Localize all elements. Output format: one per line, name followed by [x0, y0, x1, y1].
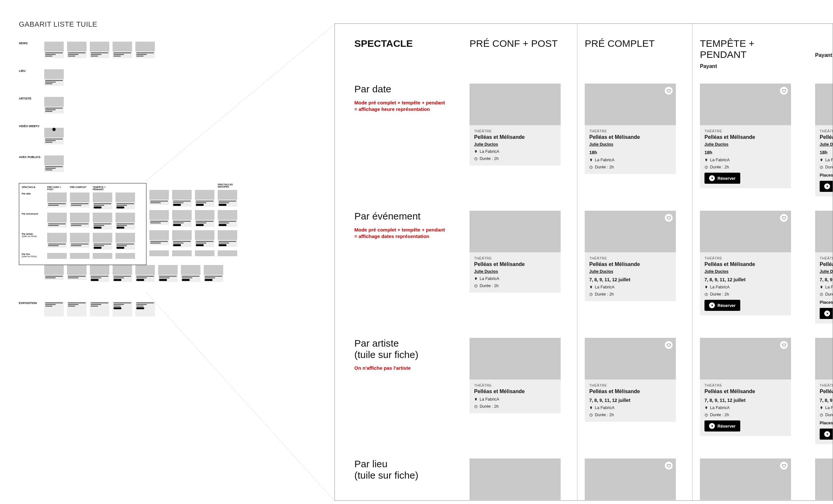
tile-card[interactable]: THÉÂTREPelléas et MélisandeJulie Duclos1…: [700, 83, 791, 188]
tile-card[interactable]: THÉÂTREPelléas et Mélisande7, 8, 9, 11, …: [585, 338, 676, 422]
tile-time: 18h: [589, 150, 671, 155]
tile-artist[interactable]: Julie Duclos: [589, 142, 671, 147]
favorite-icon[interactable]: [780, 462, 788, 470]
reserve-button[interactable]: Réserver: [705, 421, 740, 431]
tile-duration: Durée : 2h: [589, 413, 671, 417]
tile-place: La FabricA: [474, 276, 556, 281]
tile-place: La FabricA: [705, 158, 786, 162]
tile-duration: Durée : 2h: [705, 292, 786, 297]
tile-card[interactable]: THÉÂTREPelléas et Mélisande7, 8, 9, 11, …: [815, 338, 833, 444]
tile-title: Pelléas et Mélisande: [820, 134, 833, 140]
tile-card[interactable]: [585, 458, 676, 500]
tile-category: THÉÂTRE: [705, 129, 786, 133]
mini-label-video: VIDÉO WEBTV: [19, 125, 41, 128]
favorite-icon[interactable]: [780, 341, 788, 349]
tile-title: Pelléas et Mélisande: [474, 134, 556, 140]
zoom-colhead: Payant places remises en: [815, 38, 833, 69]
tile-artist[interactable]: Julie Duclos: [589, 269, 671, 274]
mini-tile: [44, 97, 64, 114]
tile-card[interactable]: THÉÂTREPelléas et MélisandeJulie DuclosL…: [470, 83, 561, 166]
tile-card[interactable]: THÉÂTREPelléas et MélisandeLa FabricADur…: [470, 338, 561, 413]
zoom-cell: [815, 444, 833, 500]
reserve-button[interactable]: Réserver: [820, 308, 833, 319]
reserve-button[interactable]: Réserver: [705, 300, 740, 311]
favorite-icon[interactable]: [780, 87, 788, 95]
zoom-colhead: SPECTACLE: [354, 38, 455, 69]
mini-matrix: SPECTACLEPRÉ CONF + POSTPRÉ COMPLETTEMPÊ…: [19, 183, 146, 265]
favorite-icon[interactable]: [665, 341, 672, 349]
zoom-cell: THÉÂTREPelléas et MélisandeJulie Duclos1…: [815, 69, 833, 196]
zoom-cell: THÉÂTREPelléas et Mélisande7, 8, 9, 11, …: [700, 324, 801, 444]
tile-card[interactable]: [470, 458, 561, 500]
tile-category: THÉÂTRE: [589, 383, 671, 387]
tile-title: Pelléas et Mélisande: [474, 261, 556, 267]
mini-tile: [67, 42, 87, 58]
svg-point-24: [827, 435, 827, 435]
zoom-colhead: PRÉ COMPLET: [585, 38, 686, 69]
tile-place: La FabricA: [820, 158, 833, 162]
reserve-button[interactable]: Réserver: [820, 181, 833, 192]
tile-category: THÉÂTRE: [589, 256, 671, 260]
tile-duration: Durée : 2h: [474, 404, 556, 409]
tile-artist[interactable]: Julie Duclos: [820, 142, 833, 147]
tile-place: La FabricA: [705, 405, 786, 410]
favorite-icon[interactable]: [780, 214, 788, 222]
tile-artist[interactable]: Julie Duclos: [705, 142, 786, 147]
tile-title: Pelléas et Mélisande: [589, 388, 671, 395]
tile-duration: Durée : 2h: [705, 165, 786, 170]
tile-category: THÉÂTRE: [474, 256, 556, 260]
favorite-icon[interactable]: [665, 214, 672, 222]
svg-point-14: [712, 306, 713, 306]
svg-point-8: [827, 187, 827, 187]
mini-colhead: SPECTACLE: [22, 186, 44, 191]
zoom-cell: THÉÂTREPelléas et Mélisande7, 8, 9, 11, …: [815, 324, 833, 444]
tile-place: La FabricA: [474, 397, 556, 402]
tile-title: Pelléas et Mélisande: [820, 261, 833, 267]
zoom-cell: THÉÂTREPelléas et MélisandeJulie Duclos7…: [585, 196, 686, 324]
tile-duration: Durée : 2h: [820, 413, 833, 417]
zoom-cell: THÉÂTREPelléas et MélisandeJulie Duclos7…: [815, 196, 833, 324]
tile-place: La FabricA: [589, 158, 671, 162]
tile-artist[interactable]: Julie Duclos: [474, 269, 556, 274]
tile-dates: 7, 8, 9, 11, 12 juillet: [705, 398, 786, 403]
tile-card[interactable]: [700, 458, 791, 500]
zoom-cell: [470, 444, 570, 500]
tile-artist[interactable]: Julie Duclos: [474, 142, 556, 147]
zoom-colhead: PRÉ CONF + POST: [470, 38, 570, 69]
favorite-icon[interactable]: [665, 462, 672, 470]
tile-card[interactable]: [815, 458, 833, 500]
tile-card[interactable]: THÉÂTREPelléas et MélisandeJulie Duclos1…: [585, 83, 676, 174]
tile-time: 18h: [820, 150, 833, 155]
tile-time: 18h: [705, 150, 786, 155]
reserve-button[interactable]: Réserver: [705, 173, 740, 184]
tile-artist[interactable]: Julie Duclos: [705, 269, 786, 274]
mini-colhead: PRÉ COMPLET: [70, 186, 90, 191]
mini-label-lieu: LIEU: [19, 69, 41, 73]
zoom-cell: THÉÂTREPelléas et MélisandeLa FabricADur…: [470, 324, 570, 444]
tile-duration: Durée : 2h: [474, 156, 556, 161]
tile-category: THÉÂTRE: [820, 383, 833, 387]
tile-card[interactable]: THÉÂTREPelléas et MélisandeJulie Duclos7…: [700, 211, 791, 316]
tile-card[interactable]: THÉÂTREPelléas et Mélisande7, 8, 9, 11, …: [700, 338, 791, 436]
mini-tile: [90, 42, 109, 58]
svg-point-9: [828, 187, 828, 187]
mini-tile: [135, 42, 155, 58]
mini-colhead: PRÉ CONF + POST: [47, 186, 67, 191]
zoom-cell: [585, 444, 686, 500]
svg-point-25: [828, 435, 828, 435]
tile-place: La FabricA: [820, 285, 833, 289]
zoom-colhead: TEMPÊTE + PENDANTPayant: [700, 38, 801, 69]
tile-card[interactable]: THÉÂTREPelléas et MélisandeJulie Duclos1…: [815, 83, 833, 196]
svg-point-21: [712, 427, 712, 427]
tile-artist[interactable]: Julie Duclos: [820, 269, 833, 274]
tile-place: La FabricA: [820, 405, 833, 410]
tile-card[interactable]: THÉÂTREPelléas et MélisandeJulie Duclos7…: [815, 211, 833, 324]
tile-category: THÉÂTRE: [820, 129, 833, 133]
tile-card[interactable]: THÉÂTREPelléas et MélisandeJulie DuclosL…: [470, 211, 561, 293]
tile-dates: 7, 8, 9, 11, 12 juillet: [705, 277, 786, 282]
reserve-button[interactable]: Réserver: [820, 429, 833, 439]
tile-card[interactable]: THÉÂTREPelléas et MélisandeJulie Duclos7…: [585, 211, 676, 301]
tile-title: Pelléas et Mélisande: [589, 134, 671, 140]
favorite-icon[interactable]: [665, 87, 672, 95]
tile-place: La FabricA: [589, 285, 671, 289]
